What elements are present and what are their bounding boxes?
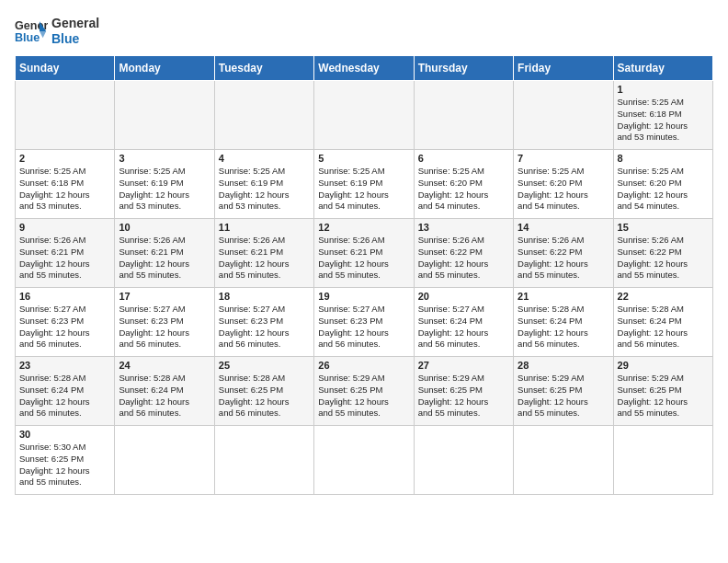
calendar-cell [314, 426, 414, 495]
calendar-cell: 19Sunrise: 5:27 AM Sunset: 6:23 PM Dayli… [314, 288, 414, 357]
weekday-header: Sunday [16, 56, 115, 81]
weekday-header: Monday [115, 56, 214, 81]
calendar-cell: 2Sunrise: 5:25 AM Sunset: 6:18 PM Daylig… [16, 150, 115, 219]
day-info: Sunrise: 5:27 AM Sunset: 6:24 PM Dayligh… [418, 304, 509, 350]
day-number: 17 [119, 291, 210, 302]
calendar-cell: 10Sunrise: 5:26 AM Sunset: 6:21 PM Dayli… [115, 219, 214, 288]
weekday-header: Friday [514, 56, 613, 81]
day-number: 30 [19, 429, 110, 440]
day-number: 8 [618, 153, 709, 164]
header: General Blue General Blue [15, 15, 713, 48]
calendar-cell [214, 81, 313, 150]
day-info: Sunrise: 5:27 AM Sunset: 6:23 PM Dayligh… [219, 304, 310, 350]
day-info: Sunrise: 5:27 AM Sunset: 6:23 PM Dayligh… [119, 304, 210, 350]
weekday-header: Thursday [414, 56, 513, 81]
calendar-cell: 23Sunrise: 5:28 AM Sunset: 6:24 PM Dayli… [16, 357, 115, 426]
day-number: 20 [418, 291, 509, 302]
day-number: 4 [219, 153, 310, 164]
calendar-cell [414, 81, 513, 150]
day-info: Sunrise: 5:30 AM Sunset: 6:25 PM Dayligh… [19, 442, 110, 488]
day-info: Sunrise: 5:25 AM Sunset: 6:20 PM Dayligh… [618, 166, 709, 213]
calendar-cell: 25Sunrise: 5:28 AM Sunset: 6:25 PM Dayli… [214, 357, 313, 426]
calendar-cell: 14Sunrise: 5:26 AM Sunset: 6:22 PM Dayli… [514, 219, 613, 288]
day-info: Sunrise: 5:26 AM Sunset: 6:22 PM Dayligh… [518, 235, 609, 282]
calendar-cell: 15Sunrise: 5:26 AM Sunset: 6:22 PM Dayli… [613, 219, 712, 288]
calendar-cell: 9Sunrise: 5:26 AM Sunset: 6:21 PM Daylig… [16, 219, 115, 288]
calendar-cell: 13Sunrise: 5:26 AM Sunset: 6:22 PM Dayli… [414, 219, 513, 288]
logo-text-blue: Blue [51, 31, 79, 46]
day-info: Sunrise: 5:28 AM Sunset: 6:24 PM Dayligh… [518, 304, 609, 350]
calendar-cell: 11Sunrise: 5:26 AM Sunset: 6:21 PM Dayli… [214, 219, 313, 288]
calendar-cell: 21Sunrise: 5:28 AM Sunset: 6:24 PM Dayli… [514, 288, 613, 357]
day-info: Sunrise: 5:25 AM Sunset: 6:20 PM Dayligh… [418, 166, 509, 213]
day-number: 18 [219, 291, 310, 302]
day-number: 28 [518, 360, 609, 371]
day-info: Sunrise: 5:26 AM Sunset: 6:21 PM Dayligh… [219, 235, 310, 282]
calendar-cell [115, 81, 214, 150]
day-number: 15 [618, 222, 709, 233]
svg-marker-3 [40, 31, 46, 38]
calendar-cell: 22Sunrise: 5:28 AM Sunset: 6:24 PM Dayli… [613, 288, 712, 357]
calendar-cell: 12Sunrise: 5:26 AM Sunset: 6:21 PM Dayli… [314, 219, 414, 288]
calendar-cell [613, 426, 712, 495]
calendar-week-row: 16Sunrise: 5:27 AM Sunset: 6:23 PM Dayli… [16, 288, 713, 357]
calendar-week-row: 2Sunrise: 5:25 AM Sunset: 6:18 PM Daylig… [16, 150, 713, 219]
calendar-cell: 8Sunrise: 5:25 AM Sunset: 6:20 PM Daylig… [613, 150, 712, 219]
day-info: Sunrise: 5:29 AM Sunset: 6:25 PM Dayligh… [418, 373, 509, 419]
weekday-header: Wednesday [314, 56, 414, 81]
calendar-cell [16, 81, 115, 150]
calendar-cell [115, 426, 214, 495]
calendar-table: SundayMondayTuesdayWednesdayThursdayFrid… [15, 55, 713, 495]
header-row: SundayMondayTuesdayWednesdayThursdayFrid… [16, 56, 713, 81]
day-info: Sunrise: 5:29 AM Sunset: 6:25 PM Dayligh… [518, 373, 609, 419]
day-number: 25 [219, 360, 310, 371]
day-number: 27 [418, 360, 509, 371]
day-info: Sunrise: 5:26 AM Sunset: 6:21 PM Dayligh… [119, 235, 210, 282]
day-info: Sunrise: 5:29 AM Sunset: 6:25 PM Dayligh… [318, 373, 409, 419]
day-number: 16 [19, 291, 110, 302]
calendar-week-row: 23Sunrise: 5:28 AM Sunset: 6:24 PM Dayli… [16, 357, 713, 426]
day-info: Sunrise: 5:25 AM Sunset: 6:19 PM Dayligh… [119, 166, 210, 213]
day-number: 13 [418, 222, 509, 233]
day-number: 9 [19, 222, 110, 233]
day-number: 19 [318, 291, 409, 302]
day-info: Sunrise: 5:28 AM Sunset: 6:25 PM Dayligh… [219, 373, 310, 419]
logo-text-general: General [51, 16, 99, 30]
day-number: 10 [119, 222, 210, 233]
day-info: Sunrise: 5:25 AM Sunset: 6:19 PM Dayligh… [219, 166, 310, 213]
day-info: Sunrise: 5:25 AM Sunset: 6:19 PM Dayligh… [318, 166, 409, 213]
day-info: Sunrise: 5:26 AM Sunset: 6:22 PM Dayligh… [618, 235, 709, 282]
day-number: 6 [418, 153, 509, 164]
calendar-cell: 1Sunrise: 5:25 AM Sunset: 6:18 PM Daylig… [613, 81, 712, 150]
day-number: 29 [618, 360, 709, 371]
day-info: Sunrise: 5:26 AM Sunset: 6:21 PM Dayligh… [19, 235, 110, 282]
calendar-cell: 4Sunrise: 5:25 AM Sunset: 6:19 PM Daylig… [214, 150, 313, 219]
day-info: Sunrise: 5:29 AM Sunset: 6:25 PM Dayligh… [618, 373, 709, 419]
calendar-cell [514, 426, 613, 495]
day-number: 1 [618, 84, 709, 95]
calendar-cell: 29Sunrise: 5:29 AM Sunset: 6:25 PM Dayli… [613, 357, 712, 426]
day-number: 23 [19, 360, 110, 371]
day-info: Sunrise: 5:28 AM Sunset: 6:24 PM Dayligh… [19, 373, 110, 419]
calendar-cell: 3Sunrise: 5:25 AM Sunset: 6:19 PM Daylig… [115, 150, 214, 219]
day-info: Sunrise: 5:25 AM Sunset: 6:18 PM Dayligh… [618, 97, 709, 144]
day-info: Sunrise: 5:26 AM Sunset: 6:22 PM Dayligh… [418, 235, 509, 282]
calendar-cell: 20Sunrise: 5:27 AM Sunset: 6:24 PM Dayli… [414, 288, 513, 357]
day-info: Sunrise: 5:25 AM Sunset: 6:18 PM Dayligh… [19, 166, 110, 213]
calendar-cell: 27Sunrise: 5:29 AM Sunset: 6:25 PM Dayli… [414, 357, 513, 426]
svg-text:Blue: Blue [15, 31, 40, 44]
day-info: Sunrise: 5:26 AM Sunset: 6:21 PM Dayligh… [318, 235, 409, 282]
day-number: 14 [518, 222, 609, 233]
day-number: 3 [119, 153, 210, 164]
logo-icon: General Blue [15, 15, 48, 48]
calendar-cell [414, 426, 513, 495]
day-number: 12 [318, 222, 409, 233]
calendar-week-row: 1Sunrise: 5:25 AM Sunset: 6:18 PM Daylig… [16, 81, 713, 150]
day-number: 26 [318, 360, 409, 371]
day-info: Sunrise: 5:27 AM Sunset: 6:23 PM Dayligh… [19, 304, 110, 350]
day-number: 24 [119, 360, 210, 371]
day-info: Sunrise: 5:28 AM Sunset: 6:24 PM Dayligh… [119, 373, 210, 419]
logo: General Blue General Blue [15, 15, 99, 48]
calendar-cell: 6Sunrise: 5:25 AM Sunset: 6:20 PM Daylig… [414, 150, 513, 219]
calendar-cell: 28Sunrise: 5:29 AM Sunset: 6:25 PM Dayli… [514, 357, 613, 426]
